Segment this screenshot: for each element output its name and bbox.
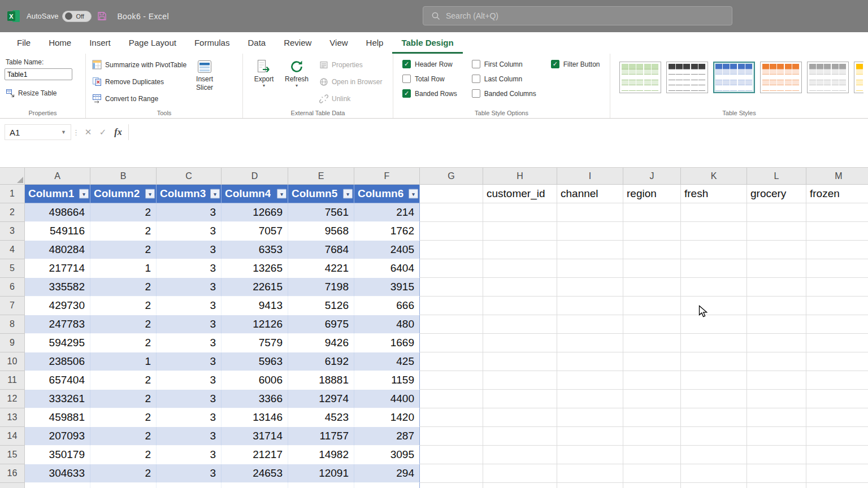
- insert-slicer-button[interactable]: Insert Slicer: [188, 57, 221, 108]
- cell-D2[interactable]: 12669: [222, 203, 288, 222]
- checkbox-banded-rows[interactable]: ✓Banded Rows: [402, 89, 457, 98]
- cell-A15[interactable]: 350179: [25, 446, 90, 464]
- table-style-medium-orange[interactable]: [760, 62, 802, 93]
- menu-tab-formulas[interactable]: Formulas: [185, 32, 239, 54]
- cell-E9[interactable]: 9426: [288, 334, 354, 352]
- filter-button-column3[interactable]: ▾: [210, 189, 220, 199]
- table-style-medium-blue[interactable]: [713, 62, 755, 93]
- cell-H3[interactable]: [483, 222, 557, 241]
- cell-I15[interactable]: [557, 446, 623, 464]
- cell-C7[interactable]: 3: [157, 297, 222, 315]
- cell-M9[interactable]: [806, 334, 868, 352]
- cell-C12[interactable]: 3: [157, 390, 222, 408]
- checkbox-header-row[interactable]: ✓Header Row: [402, 60, 457, 68]
- cell-E2[interactable]: 7561: [288, 203, 354, 222]
- cell-H7[interactable]: [483, 297, 557, 315]
- cell-L9[interactable]: [747, 334, 806, 352]
- column-header-E[interactable]: E: [288, 168, 354, 185]
- cell-B9[interactable]: 2: [90, 334, 157, 352]
- cell-F4[interactable]: 2405: [354, 241, 420, 259]
- cell-D15[interactable]: 21217: [222, 446, 288, 464]
- cell-F16[interactable]: 294: [354, 464, 420, 483]
- cell-C15[interactable]: 3: [157, 446, 222, 464]
- menu-tab-page-layout[interactable]: Page Layout: [120, 32, 185, 54]
- select-all-corner[interactable]: [0, 168, 25, 185]
- cell-M8[interactable]: [806, 315, 868, 334]
- filter-button-column2[interactable]: ▾: [145, 189, 155, 199]
- cell-L17[interactable]: [747, 483, 806, 488]
- cell-K1[interactable]: fresh: [681, 185, 747, 203]
- row-header-14[interactable]: 14: [0, 427, 25, 446]
- cell-D13[interactable]: 13146: [222, 408, 288, 427]
- row-header-17[interactable]: 17: [0, 483, 25, 488]
- cell-C14[interactable]: 3: [157, 427, 222, 446]
- cell-E6[interactable]: 7198: [288, 278, 354, 297]
- cell-D8[interactable]: 12126: [222, 315, 288, 334]
- cell-L1[interactable]: grocery: [747, 185, 806, 203]
- cell-L4[interactable]: [747, 241, 806, 259]
- cell-K12[interactable]: [681, 390, 747, 408]
- cell-A7[interactable]: 429730: [25, 297, 90, 315]
- insert-function-icon[interactable]: fx: [110, 127, 126, 137]
- cell-I3[interactable]: [557, 222, 623, 241]
- cell-K4[interactable]: [681, 241, 747, 259]
- cell-L15[interactable]: [747, 446, 806, 464]
- cell-J1[interactable]: region: [623, 185, 681, 203]
- cell-F11[interactable]: 1159: [354, 371, 420, 390]
- row-header-2[interactable]: 2: [0, 203, 25, 222]
- cell-F6[interactable]: 3915: [354, 278, 420, 297]
- cell-K11[interactable]: [681, 371, 747, 390]
- filter-button-column4[interactable]: ▾: [277, 189, 287, 199]
- cell-M6[interactable]: [806, 278, 868, 297]
- cell-F13[interactable]: 1420: [354, 408, 420, 427]
- cell-L10[interactable]: [747, 352, 806, 371]
- checkbox-banded-columns[interactable]: Banded Columns: [472, 89, 536, 98]
- menu-tab-help[interactable]: Help: [357, 32, 393, 54]
- cell-C6[interactable]: 3: [157, 278, 222, 297]
- cell-A4[interactable]: 480284: [25, 241, 90, 259]
- cell-G7[interactable]: [420, 297, 483, 315]
- search-input[interactable]: Search (Alt+Q): [423, 6, 732, 25]
- cell-F1[interactable]: Column6▾: [354, 185, 420, 203]
- cell-E7[interactable]: 5126: [288, 297, 354, 315]
- cell-H4[interactable]: [483, 241, 557, 259]
- cell-I14[interactable]: [557, 427, 623, 446]
- cell-I1[interactable]: channel: [557, 185, 623, 203]
- cell-J8[interactable]: [623, 315, 681, 334]
- cell-A1[interactable]: Column1▾: [25, 185, 90, 203]
- checkbox-filter-button[interactable]: ✓Filter Button: [551, 60, 600, 68]
- cell-E17[interactable]: 9934: [288, 483, 354, 488]
- name-box[interactable]: A1 ▼: [5, 124, 71, 140]
- column-header-K[interactable]: K: [681, 168, 747, 185]
- cell-G9[interactable]: [420, 334, 483, 352]
- menu-tab-insert[interactable]: Insert: [80, 32, 120, 54]
- cell-G17[interactable]: [420, 483, 483, 488]
- cell-D3[interactable]: 7057: [222, 222, 288, 241]
- cell-I12[interactable]: [557, 390, 623, 408]
- cell-E3[interactable]: 9568: [288, 222, 354, 241]
- cell-B13[interactable]: 2: [90, 408, 157, 427]
- row-header-4[interactable]: 4: [0, 241, 25, 259]
- autosave-toggle[interactable]: Off: [62, 11, 92, 22]
- cell-C8[interactable]: 3: [157, 315, 222, 334]
- cell-K5[interactable]: [681, 259, 747, 278]
- cell-B11[interactable]: 2: [90, 371, 157, 390]
- cell-H6[interactable]: [483, 278, 557, 297]
- cell-E13[interactable]: 4523: [288, 408, 354, 427]
- cell-B1[interactable]: Column2▾: [90, 185, 157, 203]
- table-style-medium-yellow[interactable]: [854, 62, 863, 93]
- cell-D11[interactable]: 6006: [222, 371, 288, 390]
- row-header-15[interactable]: 15: [0, 446, 25, 464]
- row-header-5[interactable]: 5: [0, 259, 25, 278]
- cell-I11[interactable]: [557, 371, 623, 390]
- cell-H15[interactable]: [483, 446, 557, 464]
- cell-B16[interactable]: 2: [90, 464, 157, 483]
- cell-K16[interactable]: [681, 464, 747, 483]
- cell-C3[interactable]: 3: [157, 222, 222, 241]
- enter-icon[interactable]: ✓: [96, 127, 110, 137]
- cell-H14[interactable]: [483, 427, 557, 446]
- menu-tab-table-design[interactable]: Table Design: [392, 32, 462, 54]
- menu-tab-review[interactable]: Review: [275, 32, 320, 54]
- cell-J16[interactable]: [623, 464, 681, 483]
- row-header-16[interactable]: 16: [0, 464, 25, 483]
